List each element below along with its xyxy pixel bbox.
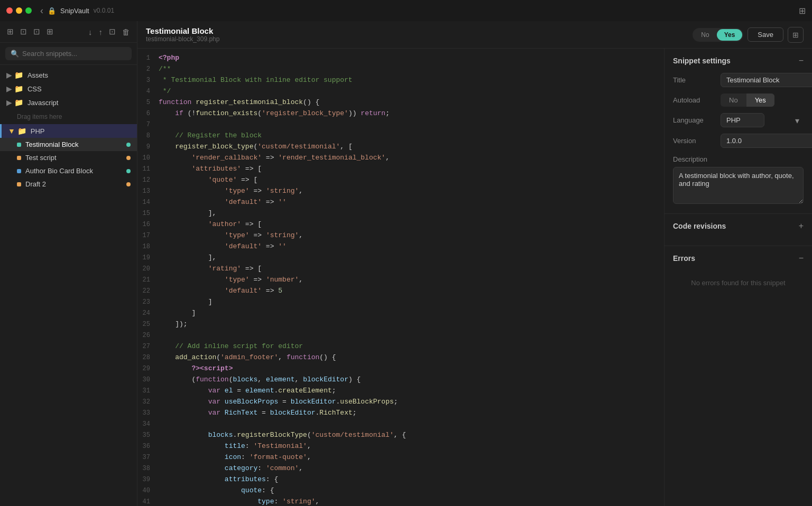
search-input[interactable] xyxy=(22,50,126,58)
new-folder-icon[interactable]: ⊞ xyxy=(5,25,15,38)
delete-icon[interactable]: 🗑 xyxy=(121,26,132,38)
autoload-label: Autoload xyxy=(673,96,715,104)
errors-empty-message: No errors found for this snippet xyxy=(673,270,804,295)
code-line: 14 'default' => '' xyxy=(137,197,664,208)
snippet-badge xyxy=(126,156,131,160)
upload-icon[interactable]: ↑ xyxy=(97,26,105,38)
version-input[interactable] xyxy=(721,134,812,148)
language-select-wrapper: PHP JavaScript CSS HTML xyxy=(721,113,804,127)
code-line: 4 */ xyxy=(137,86,664,97)
open-icon[interactable]: ⊡ xyxy=(19,25,29,38)
code-revisions-title: Code revisions xyxy=(673,222,726,230)
settings-autoload-row: Autoload No Yes xyxy=(673,93,804,107)
close-button[interactable] xyxy=(6,7,13,14)
code-revisions-expand-icon[interactable]: + xyxy=(799,221,804,231)
code-line: 37 icon: 'format-quote', xyxy=(137,452,664,463)
code-line: 24 ] xyxy=(137,308,664,319)
code-line: 18 'default' => '' xyxy=(137,241,664,252)
code-line: 2 /** xyxy=(137,64,664,75)
snippet-draft2[interactable]: Draft 2 xyxy=(0,177,137,191)
save-button[interactable]: Save xyxy=(748,27,783,42)
code-editor[interactable]: 1 <?php 2 /** 3 * Testimonial Block with… xyxy=(137,49,664,506)
folder-javascript[interactable]: ▶ 📁 Javascript xyxy=(0,96,137,109)
code-line: 33 var RichText = blockEditor.RichText; xyxy=(137,408,664,419)
main-layout: ⊞ ⊡ ⊡ ⊞ ↓ ↑ ⊡ 🗑 🔍 ▶ 📁 Assets ▶ 📁 xyxy=(0,21,812,506)
sidebar-tree: ▶ 📁 Assets ▶ 📁 CSS ▶ 📁 Javascript Drag i… xyxy=(0,65,137,506)
copy2-icon[interactable]: ⊡ xyxy=(107,25,117,38)
snippet-label: Author Bio Card Block xyxy=(25,167,122,175)
copy-icon[interactable]: ⊡ xyxy=(32,25,42,38)
back-icon[interactable]: ‹ xyxy=(40,5,43,16)
code-line: 40 quote: { xyxy=(137,485,664,496)
description-label: Description xyxy=(673,155,707,163)
code-line: 38 category: 'common', xyxy=(137,463,664,474)
autoload-group: No Yes xyxy=(721,93,774,107)
lock-icon: 🔒 xyxy=(48,7,56,15)
title-input[interactable] xyxy=(721,73,812,87)
settings-title-row: Title xyxy=(673,73,804,87)
folder-icon: ▶ 📁 xyxy=(6,98,23,107)
code-line: 15 ], xyxy=(137,208,664,219)
language-label: Language xyxy=(673,116,715,124)
settings-language-row: Language PHP JavaScript CSS HTML xyxy=(673,113,804,127)
editor-settings-split: 1 <?php 2 /** 3 * Testimonial Block with… xyxy=(137,49,812,506)
folder-assets-label: Assets xyxy=(27,71,48,79)
code-line: 29 ?><script> xyxy=(137,363,664,374)
snippet-testimonial-block[interactable]: Testimonial Block xyxy=(0,138,137,151)
code-line: 7 xyxy=(137,119,664,130)
code-line: 8 // Register the block xyxy=(137,130,664,142)
sidebar: ⊞ ⊡ ⊡ ⊞ ↓ ↑ ⊡ 🗑 🔍 ▶ 📁 Assets ▶ 📁 xyxy=(0,21,137,506)
snippet-badge xyxy=(126,143,131,147)
folder-javascript-label: Javascript xyxy=(27,99,59,107)
code-line: 35 blocks.registerBlockType('custom/test… xyxy=(137,430,664,441)
code-line: 26 xyxy=(137,330,664,341)
folder-icon: ▶ 📁 xyxy=(6,71,23,79)
settings-section-title: Snippet settings xyxy=(673,57,731,65)
title-label: Title xyxy=(673,76,715,84)
errors-collapse-icon[interactable]: − xyxy=(799,254,804,263)
search-icon: 🔍 xyxy=(11,50,19,58)
snippet-label: Testimonial Block xyxy=(25,140,122,148)
autoload-yes-button[interactable]: Yes xyxy=(717,29,743,41)
code-line: 9 register_block_type('custom/testimonia… xyxy=(137,142,664,153)
code-line: 28 add_action('admin_footer', function()… xyxy=(137,352,664,363)
maximize-button[interactable] xyxy=(25,7,32,14)
snippet-dot xyxy=(17,143,21,147)
folder-open-icon[interactable]: ⊞ xyxy=(45,25,55,38)
code-line: 5 function register_testimonial_block() … xyxy=(137,97,664,108)
app-version: v0.0.01 xyxy=(94,7,114,14)
code-line: 19 ], xyxy=(137,252,664,264)
settings-collapse-icon[interactable]: − xyxy=(799,56,804,65)
errors-section: Errors − No errors found for this snippe… xyxy=(665,246,812,303)
language-select[interactable]: PHP JavaScript CSS HTML xyxy=(721,113,764,127)
settings-icon-button[interactable]: ⊞ xyxy=(788,27,804,43)
code-line: 25 ]); xyxy=(137,319,664,330)
folder-css[interactable]: ▶ 📁 CSS xyxy=(0,82,137,96)
layout-icon[interactable]: ⊞ xyxy=(799,6,806,16)
code-line: 34 xyxy=(137,419,664,430)
autoload-no-btn[interactable]: No xyxy=(721,93,746,107)
code-revisions-header: Code revisions + xyxy=(673,221,804,231)
drag-hint: Drag items here xyxy=(17,113,62,120)
code-line: 16 'author' => [ xyxy=(137,219,664,230)
snippet-badge xyxy=(126,169,131,173)
autoload-no-button[interactable]: No xyxy=(694,29,716,41)
search-wrapper: 🔍 xyxy=(5,47,132,60)
snippet-test-script[interactable]: Test script xyxy=(0,151,137,164)
code-line: 32 var useBlockProps = blockEditor.useBl… xyxy=(137,397,664,408)
folder-php[interactable]: ▼ 📁 PHP xyxy=(0,124,137,138)
download-icon[interactable]: ↓ xyxy=(87,26,94,38)
file-header: Testimonial Block testimonial-block_309.… xyxy=(137,21,812,49)
description-textarea[interactable]: A testimonial block with author, quote, … xyxy=(673,167,804,204)
snippet-author-bio-card-block[interactable]: Author Bio Card Block xyxy=(0,164,137,177)
folder-assets[interactable]: ▶ 📁 Assets xyxy=(0,68,137,82)
snippet-dot xyxy=(17,156,21,160)
file-title: Testimonial Block xyxy=(146,26,219,35)
code-line: 13 'type' => 'string', xyxy=(137,186,664,197)
settings-version-row: Version xyxy=(673,134,804,148)
autoload-yes-btn[interactable]: Yes xyxy=(746,93,774,107)
folder-css-label: CSS xyxy=(27,85,42,93)
code-line: 12 'quote' => [ xyxy=(137,175,664,186)
minimize-button[interactable] xyxy=(16,7,22,14)
titlebar: ‹ 🔒 SnipVault v0.0.01 ⊞ xyxy=(0,0,812,21)
